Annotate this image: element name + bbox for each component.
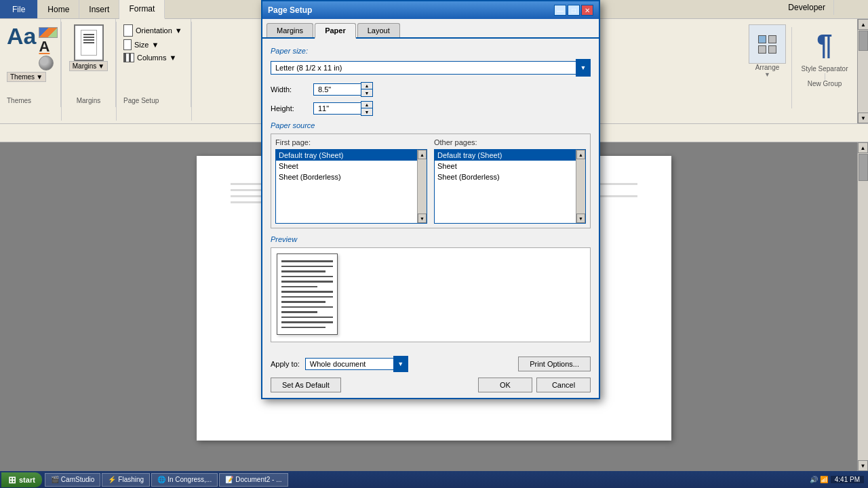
style-separator-label: Style Separator [802,65,848,73]
doc-scrollbar: ▲ ▼ [857,142,868,471]
tab-layout[interactable]: Layout [357,23,400,37]
apply-row: Apply to: Whole document ▼ Print Options… [271,356,591,372]
themes-chevron: ▼ [36,73,43,81]
tab-home[interactable]: Home [38,0,79,18]
arrange-group: Arrange ▼ [749,24,786,78]
preview-line-9 [281,301,326,303]
first-page-item-2[interactable]: Sheet (Borderless) [276,171,427,182]
system-tray: 🔊 📶 4:41 PM [806,476,868,483]
other-pages-item-1[interactable]: Sheet [435,161,585,171]
tab-insert[interactable]: Insert [79,0,119,18]
dialog-maximize-btn[interactable]: □ [568,5,580,16]
other-pages-item-2[interactable]: Sheet (Borderless) [435,171,585,182]
height-spinner: ▲ ▼ [313,101,373,116]
tab-developer[interactable]: Developer [780,0,834,15]
preview-label: Preview [271,235,591,243]
set-default-button[interactable]: Set As Default [271,378,341,392]
tray-icons: 🔊 📶 [810,476,828,483]
paper-size-select[interactable]: Letter (8 1/2 x 11 in) [271,61,576,75]
width-increment-btn[interactable]: ▲ [361,83,372,89]
preview-line-11 [281,311,317,313]
height-input[interactable] [313,102,361,115]
first-page-scroll-up[interactable]: ▲ [418,150,427,159]
dialog-controls: — □ ✕ [554,5,593,16]
page-setup-dialog: Page Setup — □ ✕ Margins Paper Layout Pa… [261,0,600,399]
doc-scroll-down-btn[interactable]: ▼ [858,460,868,471]
width-input[interactable] [313,83,361,96]
print-options-button[interactable]: Print Options... [518,357,591,371]
themes-group-label: Themes [7,94,31,104]
tab-format[interactable]: Format [119,0,165,19]
preview-section: Preview [271,235,591,342]
columns-button[interactable]: Columns ▼ [123,53,182,62]
dialog-close-btn[interactable]: ✕ [581,5,593,16]
width-row: Width: ▲ ▼ [271,82,591,97]
taskbar-item-congress[interactable]: 🌐 In Congress,... [151,473,218,487]
taskbar-item-camstudio[interactable]: 🎬 CamStudio [45,473,100,487]
cancel-button[interactable]: Cancel [536,378,591,392]
themes-effect-icon [39,56,54,70]
first-page-listbox[interactable]: Default tray (Sheet) Sheet Sheet (Border… [275,149,427,224]
start-button[interactable]: ⊞ start [1,472,42,487]
taskbar-clock: 4:41 PM [831,476,864,483]
other-pages-col: Other pages: Default tray (Sheet) Sheet … [434,138,586,224]
height-increment-btn[interactable]: ▲ [361,102,372,108]
other-pages-listbox[interactable]: Default tray (Sheet) Sheet Sheet (Border… [434,149,586,224]
first-page-item-1[interactable]: Sheet [276,161,427,171]
tab-margins[interactable]: Margins [267,23,313,37]
themes-label: Themes [10,73,35,81]
paper-source-label: Paper source [271,121,591,129]
word-icon: 📝 [225,476,233,483]
apply-to-select[interactable]: Whole document [305,358,393,370]
doc-scroll-up-btn[interactable]: ▲ [858,142,868,153]
preview-line-13 [281,321,333,323]
other-pages-scroll-down[interactable]: ▼ [576,214,585,223]
themes-button[interactable]: Themes ▼ [7,72,46,82]
taskbar: ⊞ start 🎬 CamStudio ⚡ Flashing 🌐 In Cong… [0,471,868,488]
margins-button[interactable]: Margins ▼ [69,61,108,71]
columns-icon [123,53,134,62]
ribbon-group-page-setup: Orientation ▼ Size ▼ Columns ▼ Page Setu… [117,19,191,107]
style-separator-button[interactable]: ¶ [805,24,844,65]
taskbar-item-document[interactable]: 📝 Document2 - ... [219,473,288,487]
width-decrement-btn[interactable]: ▼ [361,89,372,96]
dialog-minimize-btn[interactable]: — [554,5,566,16]
style-separator-group: ¶ Style Separator New Group [797,24,852,87]
height-label: Height: [271,104,308,113]
flashing-icon: ⚡ [108,476,116,483]
dialog-footer: Apply to: Whole document ▼ Print Options… [262,350,599,398]
themes-color-icon [39,27,58,38]
first-page-scroll-down[interactable]: ▼ [418,214,427,223]
height-decrement-btn[interactable]: ▼ [361,108,372,115]
other-pages-scrollbar: ▲ ▼ [576,150,585,223]
ribbon-scroll-up[interactable]: ▲ [858,19,868,30]
tab-paper[interactable]: Paper [315,23,356,39]
new-group-label: New Group [808,80,842,87]
start-label: start [19,476,35,484]
ribbon-scroll-down[interactable]: ▼ [858,113,868,123]
margins-group-label: Margins [77,94,101,104]
tab-file[interactable]: File [0,0,38,18]
taskbar-item-flashing[interactable]: ⚡ Flashing [102,473,150,487]
arrange-chevron: ▼ [764,71,770,78]
paper-source-section: Paper source First page: Default tray (S… [271,121,591,228]
apply-to-label: Apply to: [271,360,300,368]
size-icon [123,39,132,50]
preview-page [277,253,338,335]
dialog-title: Page Setup [268,5,312,15]
taskbar-items: 🎬 CamStudio ⚡ Flashing 🌐 In Congress,...… [42,473,288,487]
orientation-button[interactable]: Orientation ▼ [123,24,182,37]
apply-to-dropdown-btn[interactable]: ▼ [393,356,408,372]
width-spinner: ▲ ▼ [313,82,373,97]
ok-button[interactable]: OK [478,378,532,392]
first-page-item-0[interactable]: Default tray (Sheet) [276,150,427,161]
dialog-tab-bar: Margins Paper Layout [262,19,599,39]
other-pages-item-0[interactable]: Default tray (Sheet) [435,150,585,161]
preview-line-14 [281,327,326,329]
other-pages-label: Other pages: [434,138,586,146]
other-pages-scroll-up[interactable]: ▲ [576,150,585,159]
paper-size-dropdown-btn[interactable]: ▼ [576,59,591,77]
size-button[interactable]: Size ▼ [123,39,182,50]
arrange-button[interactable] [749,24,786,64]
browser-icon: 🌐 [157,476,165,483]
